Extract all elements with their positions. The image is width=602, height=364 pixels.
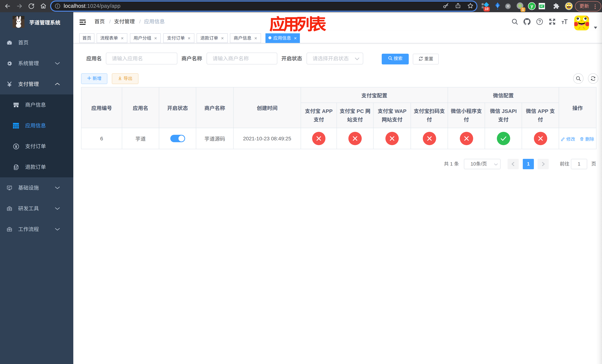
svg-text:y: y [531, 3, 533, 9]
svg-text:⌘: ⌘ [506, 4, 510, 8]
